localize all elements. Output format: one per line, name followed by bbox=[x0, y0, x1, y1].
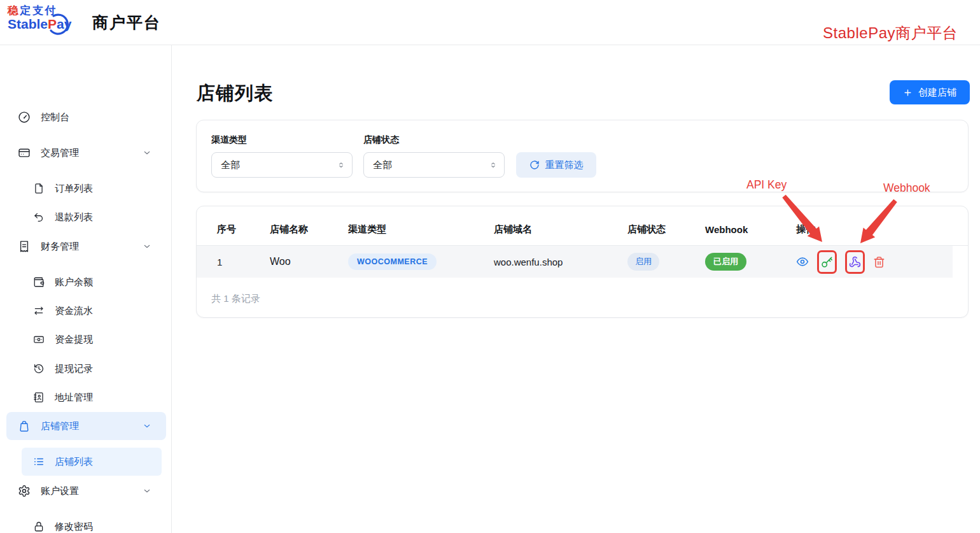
column-header: 店铺状态 bbox=[627, 224, 705, 236]
sidebar-item-balance[interactable]: 账户余额 bbox=[0, 268, 166, 296]
record-count: 共 1 条记录 bbox=[211, 293, 260, 305]
logo-chinese-text: 稳定支付 bbox=[8, 4, 71, 17]
sidebar-item-label: 店铺列表 bbox=[55, 456, 93, 468]
webhook-highlight-box bbox=[845, 250, 865, 274]
chevron-down-icon bbox=[142, 148, 152, 158]
logo-en-stable: Stable bbox=[8, 17, 48, 31]
lock-icon bbox=[33, 521, 45, 532]
sidebar-item-transactions[interactable]: 交易管理 bbox=[0, 139, 166, 167]
table-row: 1 Woo WOOCOMMERCE woo.wenfu.shop 启用 已启用 bbox=[197, 246, 953, 278]
channel-type-value: 全部 bbox=[221, 159, 240, 171]
logo-cn-blue: 定支付 bbox=[20, 4, 58, 17]
plus-icon bbox=[903, 88, 913, 97]
page-title: 店铺列表 bbox=[197, 81, 273, 106]
cell-shop-name: Woo bbox=[270, 256, 348, 267]
receipt-icon bbox=[18, 240, 31, 253]
status-badge: 启用 bbox=[627, 253, 659, 271]
logo-english-text: StablePay bbox=[8, 17, 71, 32]
column-header: Webhook bbox=[705, 224, 796, 235]
gear-icon bbox=[18, 485, 31, 497]
sidebar-item-refund-list[interactable]: 退款列表 bbox=[0, 203, 166, 231]
address-book-icon bbox=[33, 392, 45, 403]
select-updown-icon bbox=[337, 160, 346, 170]
filter-card: 渠道类型 全部 店铺状态 全部 重置筛选 bbox=[196, 120, 969, 192]
sidebar-item-label: 修改密码 bbox=[55, 521, 93, 533]
sidebar-item-label: 财务管理 bbox=[41, 241, 79, 253]
banknote-icon bbox=[33, 334, 45, 345]
channel-type-label: 渠道类型 bbox=[211, 134, 247, 146]
logo-en-p: P bbox=[48, 17, 57, 31]
api-key-highlight-box bbox=[817, 250, 837, 274]
dashboard-icon bbox=[18, 111, 31, 124]
create-shop-button[interactable]: 创建店铺 bbox=[890, 80, 970, 104]
shop-status-value: 全部 bbox=[373, 159, 392, 171]
sidebar-item-label: 地址管理 bbox=[55, 392, 93, 404]
sidebar-item-change-password[interactable]: 修改密码 bbox=[0, 513, 166, 533]
column-header: 店铺域名 bbox=[494, 224, 627, 236]
cell-index: 1 bbox=[217, 257, 270, 267]
column-header: 序号 bbox=[217, 224, 270, 236]
sidebar-item-fund-flow[interactable]: 资金流水 bbox=[0, 297, 166, 325]
sidebar-item-finance[interactable]: 财务管理 bbox=[0, 232, 166, 260]
eye-icon[interactable] bbox=[796, 255, 809, 268]
sidebar-item-label: 交易管理 bbox=[41, 147, 79, 159]
sidebar-item-withdraw-records[interactable]: 提现记录 bbox=[0, 355, 166, 383]
shop-status-label: 店铺状态 bbox=[363, 134, 399, 146]
shopping-bag-icon bbox=[18, 420, 31, 432]
undo-icon bbox=[33, 211, 45, 223]
sidebar-item-label: 账户设置 bbox=[41, 485, 79, 497]
stablepay-logo[interactable]: 稳定支付 StablePay bbox=[8, 4, 71, 32]
document-icon bbox=[33, 183, 45, 194]
refresh-icon bbox=[529, 160, 540, 170]
sidebar-item-label: 控制台 bbox=[41, 111, 69, 124]
sidebar-item-label: 订单列表 bbox=[55, 183, 93, 195]
sidebar-item-account-settings[interactable]: 账户设置 bbox=[0, 477, 166, 505]
chevron-down-icon bbox=[142, 421, 152, 431]
shop-status-select[interactable]: 全部 bbox=[363, 152, 505, 178]
sidebar-item-shop-management[interactable]: 店铺管理 bbox=[6, 412, 166, 440]
channel-type-select[interactable]: 全部 bbox=[211, 152, 353, 178]
channel-badge: WOOCOMMERCE bbox=[348, 253, 437, 270]
create-shop-label: 创建店铺 bbox=[918, 87, 956, 99]
header-red-annotation: StablePay商户平台 bbox=[823, 23, 958, 43]
reset-filters-label: 重置筛选 bbox=[545, 159, 584, 171]
key-icon[interactable] bbox=[821, 256, 833, 268]
sidebar-item-label: 账户余额 bbox=[55, 276, 93, 288]
transfer-icon bbox=[33, 305, 45, 316]
sidebar-item-withdraw[interactable]: 资金提现 bbox=[0, 325, 166, 353]
column-header: 操作 bbox=[796, 224, 953, 236]
history-icon bbox=[33, 363, 45, 374]
api-key-annotation-label: API Key bbox=[746, 178, 787, 192]
sidebar-item-shop-list[interactable]: 店铺列表 bbox=[22, 448, 162, 476]
sidebar-item-label: 资金提现 bbox=[55, 334, 93, 346]
select-updown-icon bbox=[489, 160, 498, 170]
table-header-row: 序号 店铺名称 渠道类型 店铺域名 店铺状态 Webhook 操作 bbox=[197, 206, 968, 246]
merchant-platform-page: 稳定支付 StablePay 商户平台 StablePay商户平台 控制台 交易… bbox=[0, 0, 980, 533]
sidebar-item-label: 退款列表 bbox=[55, 211, 93, 224]
shop-table-card: 序号 店铺名称 渠道类型 店铺域名 店铺状态 Webhook 操作 1 Woo … bbox=[196, 206, 969, 318]
sidebar-nav: 控制台 交易管理 订单列表 退款列表 财务管理 账户余额 资金流水 bbox=[0, 45, 172, 533]
app-title: 商户平台 bbox=[92, 0, 161, 45]
list-icon bbox=[33, 456, 45, 467]
logo-en-ay: ay bbox=[57, 17, 71, 31]
chevron-down-icon bbox=[142, 241, 152, 252]
wallet-icon bbox=[33, 276, 45, 288]
credit-card-icon bbox=[18, 146, 31, 159]
sidebar-item-label: 提现记录 bbox=[55, 363, 93, 375]
cell-shop-domain: woo.wenfu.shop bbox=[494, 257, 627, 267]
column-header: 店铺名称 bbox=[270, 224, 348, 236]
top-header: 稳定支付 StablePay 商户平台 StablePay商户平台 bbox=[0, 0, 980, 45]
sidebar-item-address[interactable]: 地址管理 bbox=[0, 383, 166, 411]
sidebar-item-label: 资金流水 bbox=[55, 305, 93, 317]
trash-icon[interactable] bbox=[873, 256, 885, 268]
row-actions bbox=[796, 250, 953, 274]
sidebar-item-console[interactable]: 控制台 bbox=[0, 103, 166, 131]
reset-filters-button[interactable]: 重置筛选 bbox=[516, 152, 596, 178]
sidebar-item-label: 店铺管理 bbox=[41, 420, 79, 432]
chevron-down-icon bbox=[142, 486, 152, 496]
webhook-status-badge: 已启用 bbox=[705, 253, 746, 271]
sidebar-item-order-list[interactable]: 订单列表 bbox=[0, 174, 166, 203]
column-header: 渠道类型 bbox=[348, 224, 494, 236]
logo-cn-red: 稳 bbox=[8, 4, 20, 17]
webhook-icon[interactable] bbox=[849, 256, 861, 268]
